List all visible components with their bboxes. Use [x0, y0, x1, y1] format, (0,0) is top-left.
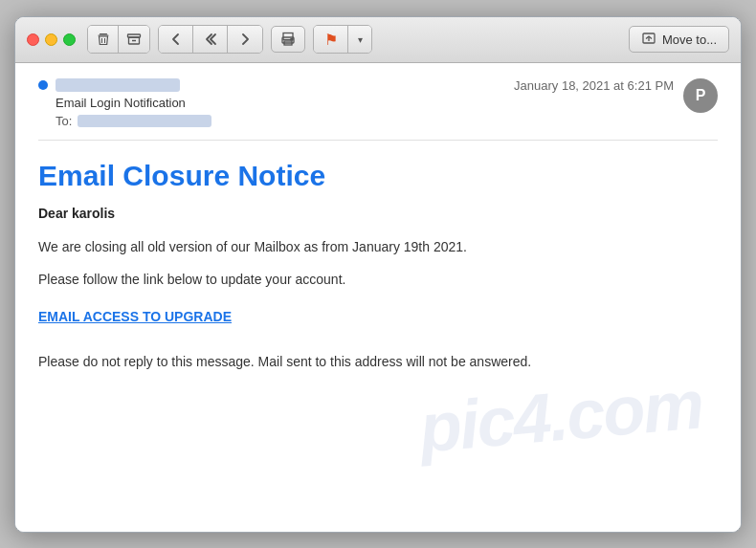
flag-dropdown-button[interactable]: ▾: [348, 26, 371, 53]
body-paragraph-2: Please follow the link below to update y…: [38, 269, 718, 290]
maximize-button[interactable]: [63, 33, 76, 46]
archive-button[interactable]: [119, 26, 149, 53]
greeting-text: Dear karolis: [38, 206, 718, 221]
body-paragraph-1: We are closing all old version of our Ma…: [38, 236, 718, 257]
sender-section: Email Login Notification To:: [38, 78, 211, 128]
minimize-button[interactable]: [45, 33, 57, 46]
to-row: To:: [56, 114, 211, 128]
recipient-address: [78, 115, 211, 127]
moveto-icon: [641, 32, 656, 47]
back-button[interactable]: [159, 26, 193, 53]
move-to-label: Move to...: [662, 33, 717, 47]
sender-address: [56, 78, 180, 92]
unread-indicator: [38, 80, 48, 90]
toolbar: ⚑ ▾ Move to...: [15, 17, 741, 63]
svg-rect-10: [291, 39, 293, 41]
header-right: January 18, 2021 at 6:21 PM P: [514, 78, 718, 113]
back-all-button[interactable]: [193, 26, 228, 53]
sender-avatar: P: [683, 78, 718, 113]
navigation-group: [158, 25, 263, 54]
move-to-button[interactable]: Move to...: [629, 26, 729, 53]
forward-button[interactable]: [228, 26, 262, 53]
mail-window: ⚑ ▾ Move to... pic4.com Email Login Not: [14, 16, 742, 533]
upgrade-link[interactable]: EMAIL ACCESS TO UPGRADE: [38, 309, 232, 324]
email-title: Email Closure Notice: [38, 160, 718, 192]
watermark: pic4.com: [416, 364, 705, 467]
traffic-lights: [27, 33, 76, 46]
print-button[interactable]: [271, 26, 305, 53]
delete-archive-group: [87, 25, 150, 54]
close-button[interactable]: [27, 33, 39, 46]
footer-text: Please do not reply to this message. Mai…: [38, 351, 718, 372]
email-content: pic4.com Email Login Notification To: Ja…: [15, 63, 741, 532]
email-header: Email Login Notification To: January 18,…: [38, 78, 718, 141]
delete-button[interactable]: [88, 26, 119, 53]
email-subject: Email Login Notification: [56, 96, 211, 110]
svg-rect-1: [98, 35, 108, 36]
sender-row: [38, 78, 211, 92]
flag-group: ⚑ ▾: [313, 25, 372, 54]
email-date: January 18, 2021 at 6:21 PM: [514, 78, 674, 93]
svg-rect-0: [100, 33, 107, 34]
to-label: To:: [56, 114, 72, 128]
email-body: Email Closure Notice Dear karolis We are…: [38, 144, 718, 373]
flag-button[interactable]: ⚑: [314, 26, 348, 53]
